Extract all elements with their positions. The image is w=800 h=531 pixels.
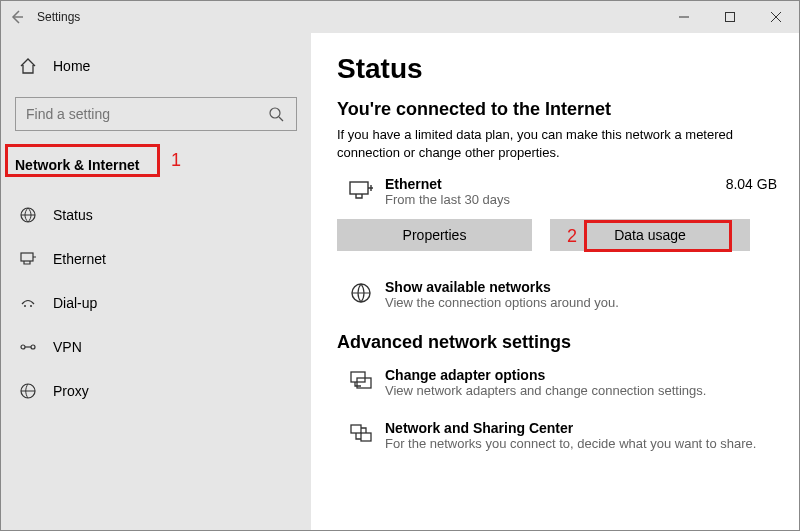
minimize-icon [679, 12, 689, 22]
sharing-sub: For the networks you connect to, decide … [385, 436, 777, 451]
sidebar-item-ethernet[interactable]: Ethernet [1, 237, 311, 281]
adapter-icon [337, 367, 385, 395]
maximize-icon [725, 12, 735, 22]
show-networks-row[interactable]: Show available networks View the connect… [337, 279, 777, 310]
monitor-icon [337, 176, 385, 206]
svg-point-5 [30, 305, 32, 307]
close-button[interactable] [753, 1, 799, 33]
svg-rect-3 [21, 253, 33, 261]
connected-description: If you have a limited data plan, you can… [337, 126, 777, 162]
maximize-button[interactable] [707, 1, 753, 33]
connection-period: From the last 30 days [385, 192, 726, 207]
show-networks-title: Show available networks [385, 279, 777, 295]
globe-icon [17, 206, 39, 224]
adapter-title: Change adapter options [385, 367, 777, 383]
vpn-icon [17, 338, 39, 356]
svg-rect-14 [361, 433, 371, 441]
ethernet-icon [17, 250, 39, 268]
svg-point-6 [21, 345, 25, 349]
window-controls [661, 1, 799, 33]
svg-point-4 [24, 305, 26, 307]
home-icon [17, 57, 39, 75]
titlebar: Settings [1, 1, 799, 33]
adapter-options-row[interactable]: Change adapter options View network adap… [337, 367, 777, 398]
properties-button[interactable]: Properties [337, 219, 532, 251]
proxy-icon [17, 382, 39, 400]
sidebar-item-status[interactable]: Status [1, 193, 311, 237]
page-title: Status [337, 53, 777, 85]
search-input[interactable] [26, 106, 268, 122]
advanced-heading: Advanced network settings [337, 332, 777, 353]
svg-point-1 [270, 108, 280, 118]
svg-point-7 [31, 345, 35, 349]
sidebar-item-label: Status [53, 207, 93, 223]
sidebar-item-label: VPN [53, 339, 82, 355]
globe-icon [337, 279, 385, 305]
arrow-left-icon [9, 9, 25, 25]
sidebar-item-label: Dial-up [53, 295, 97, 311]
sidebar: Home Network & Internet Status Ethernet [1, 33, 311, 530]
svg-rect-9 [350, 182, 368, 194]
window-title: Settings [37, 10, 80, 24]
adapter-sub: View network adapters and change connect… [385, 383, 777, 398]
sharing-title: Network and Sharing Center [385, 420, 777, 436]
sidebar-section-heading: Network & Internet [1, 149, 311, 179]
sidebar-item-label: Proxy [53, 383, 89, 399]
connection-row: Ethernet From the last 30 days 8.04 GB [337, 176, 777, 207]
sidebar-item-label: Ethernet [53, 251, 106, 267]
svg-rect-0 [726, 13, 735, 22]
sidebar-item-proxy[interactable]: Proxy [1, 369, 311, 413]
connected-heading: You're connected to the Internet [337, 99, 777, 120]
connection-name: Ethernet [385, 176, 726, 192]
content-pane: Status You're connected to the Internet … [311, 33, 799, 530]
minimize-button[interactable] [661, 1, 707, 33]
sharing-icon [337, 420, 385, 448]
search-box[interactable] [15, 97, 297, 131]
svg-rect-13 [351, 425, 361, 433]
close-icon [771, 12, 781, 22]
search-icon [268, 106, 288, 122]
sharing-center-row[interactable]: Network and Sharing Center For the netwo… [337, 420, 777, 451]
sidebar-item-vpn[interactable]: VPN [1, 325, 311, 369]
sidebar-item-dialup[interactable]: Dial-up [1, 281, 311, 325]
data-usage-button[interactable]: Data usage [550, 219, 750, 251]
dialup-icon [17, 294, 39, 312]
back-button[interactable] [1, 1, 33, 33]
svg-rect-11 [351, 372, 365, 382]
connection-usage: 8.04 GB [726, 176, 777, 192]
home-label: Home [53, 58, 90, 74]
show-networks-sub: View the connection options around you. [385, 295, 777, 310]
home-nav[interactable]: Home [1, 45, 311, 87]
button-row: Properties Data usage [337, 219, 777, 251]
